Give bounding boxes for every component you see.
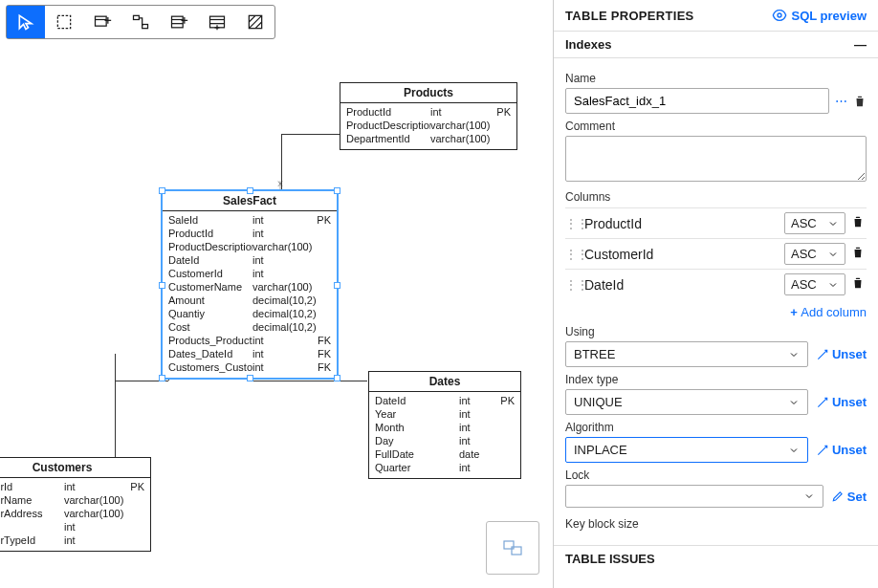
index-columns-list: ⋮⋮ ProductId ASC ⋮⋮ CustomerId ASC ⋮⋮ Da… bbox=[565, 207, 867, 299]
delete-icon[interactable] bbox=[853, 95, 867, 108]
index-column-row[interactable]: ⋮⋮ DateId ASC bbox=[565, 269, 867, 299]
marquee-tool[interactable] bbox=[45, 6, 83, 38]
comment-input[interactable] bbox=[565, 136, 867, 182]
insert-row-tool[interactable] bbox=[198, 6, 236, 38]
table-columns: SaleIdintPK ProductIdint ProductDescript… bbox=[163, 211, 337, 378]
table-salesfact[interactable]: SalesFact SaleIdintPK ProductIdint Produ… bbox=[161, 189, 339, 380]
hatch-tool[interactable] bbox=[236, 6, 274, 38]
comment-label: Comment bbox=[565, 120, 867, 133]
relation-tool[interactable] bbox=[121, 6, 160, 38]
pencil-icon bbox=[831, 490, 845, 503]
unset-button[interactable]: Unset bbox=[816, 443, 867, 457]
chevron-down-icon bbox=[827, 218, 839, 229]
unset-button[interactable]: Unset bbox=[816, 347, 867, 361]
index-column-row[interactable]: ⋮⋮ CustomerId ASC bbox=[565, 238, 867, 269]
sort-select[interactable]: ASC bbox=[784, 273, 845, 295]
svg-rect-5 bbox=[134, 15, 140, 19]
unset-icon bbox=[816, 396, 829, 409]
lock-label: Lock bbox=[565, 468, 867, 482]
svg-line-18 bbox=[255, 22, 262, 29]
canvas-toolbar bbox=[6, 5, 275, 39]
chevron-down-icon bbox=[827, 249, 839, 260]
unset-button[interactable]: Unset bbox=[816, 395, 867, 409]
sort-select[interactable]: ASC bbox=[784, 212, 845, 234]
table-columns: DateIdintPK Yearint Monthint Dayint Full… bbox=[369, 392, 520, 478]
key-block-label: Key block size bbox=[565, 517, 867, 531]
eye-icon bbox=[772, 8, 787, 23]
index-column-row[interactable]: ⋮⋮ ProductId ASC bbox=[565, 207, 867, 238]
table-columns: ProductIdintPK ProductDescriptionvarchar… bbox=[340, 103, 516, 149]
index-column-name: CustomerId bbox=[584, 247, 779, 262]
sort-select[interactable]: ASC bbox=[784, 243, 845, 265]
index-type-label: Index type bbox=[565, 373, 867, 386]
add-column-tool[interactable] bbox=[160, 6, 198, 38]
delete-icon[interactable] bbox=[851, 276, 867, 293]
minimap[interactable] bbox=[486, 521, 539, 575]
drag-handle-icon[interactable]: ⋮⋮ bbox=[565, 217, 579, 230]
table-issues-section-header[interactable]: TABLE ISSUES bbox=[554, 545, 878, 572]
svg-point-21 bbox=[778, 13, 781, 17]
chevron-down-icon bbox=[788, 445, 800, 456]
delete-icon[interactable] bbox=[851, 246, 867, 262]
indexes-section-header[interactable]: Indexes — bbox=[554, 31, 878, 58]
unset-icon bbox=[816, 444, 829, 457]
cursor-tool[interactable] bbox=[7, 6, 45, 38]
table-title: Dates bbox=[369, 372, 520, 392]
svg-line-16 bbox=[249, 15, 255, 22]
index-column-name: ProductId bbox=[584, 216, 779, 231]
drag-handle-icon[interactable]: ⋮⋮ bbox=[565, 278, 579, 292]
drag-handle-icon[interactable]: ⋮⋮ bbox=[565, 248, 579, 261]
algorithm-select[interactable]: INPLACE bbox=[565, 437, 808, 463]
svg-rect-6 bbox=[143, 25, 148, 29]
table-customers[interactable]: Customers omerIdintPK omerNamevarchar(10… bbox=[0, 457, 151, 552]
lock-select[interactable] bbox=[565, 485, 823, 508]
add-column-button[interactable]: + Add column bbox=[790, 305, 867, 319]
chevron-down-icon bbox=[803, 490, 815, 502]
name-label: Name bbox=[565, 72, 867, 85]
table-title: Customers bbox=[0, 458, 150, 478]
svg-rect-7 bbox=[172, 16, 184, 28]
properties-panel: TABLE PROPERTIES SQL preview Indexes — N… bbox=[553, 0, 878, 588]
more-icon[interactable]: ⋯ bbox=[835, 94, 847, 108]
delete-icon[interactable] bbox=[851, 215, 867, 231]
table-title: Products bbox=[340, 83, 516, 103]
svg-rect-1 bbox=[96, 16, 107, 26]
columns-label: Columns bbox=[565, 190, 867, 204]
erd-canvas[interactable]: ᛡ ᛡ ᛡ Products ProductIdintPK ProductDes… bbox=[0, 0, 553, 588]
table-products[interactable]: Products ProductIdintPK ProductDescripti… bbox=[340, 82, 517, 150]
svg-line-17 bbox=[249, 15, 261, 28]
unset-icon bbox=[816, 348, 829, 361]
collapse-icon: — bbox=[854, 37, 867, 52]
rel-line bbox=[115, 354, 116, 457]
set-button[interactable]: Set bbox=[831, 490, 867, 504]
add-table-tool[interactable] bbox=[83, 6, 121, 38]
index-type-select[interactable]: UNIQUE bbox=[565, 389, 808, 415]
index-column-name: DateId bbox=[584, 277, 779, 293]
using-select[interactable]: BTREE bbox=[565, 341, 808, 367]
index-name-input[interactable] bbox=[565, 88, 829, 114]
chevron-down-icon bbox=[827, 279, 839, 291]
using-label: Using bbox=[565, 325, 867, 338]
table-dates[interactable]: Dates DateIdintPK Yearint Monthint Dayin… bbox=[368, 371, 521, 479]
svg-rect-0 bbox=[57, 15, 70, 28]
sql-preview-button[interactable]: SQL preview bbox=[772, 8, 867, 23]
panel-title: TABLE PROPERTIES bbox=[565, 9, 694, 23]
chevron-down-icon bbox=[788, 349, 800, 360]
rel-line bbox=[252, 381, 367, 381]
chevron-down-icon bbox=[788, 397, 800, 408]
algorithm-label: Algorithm bbox=[565, 421, 867, 434]
rel-line bbox=[281, 134, 340, 135]
table-columns: omerIdintPK omerNamevarchar(100) omerAdd… bbox=[0, 478, 150, 551]
table-title: SalesFact bbox=[163, 191, 337, 211]
minimap-icon bbox=[501, 536, 524, 559]
